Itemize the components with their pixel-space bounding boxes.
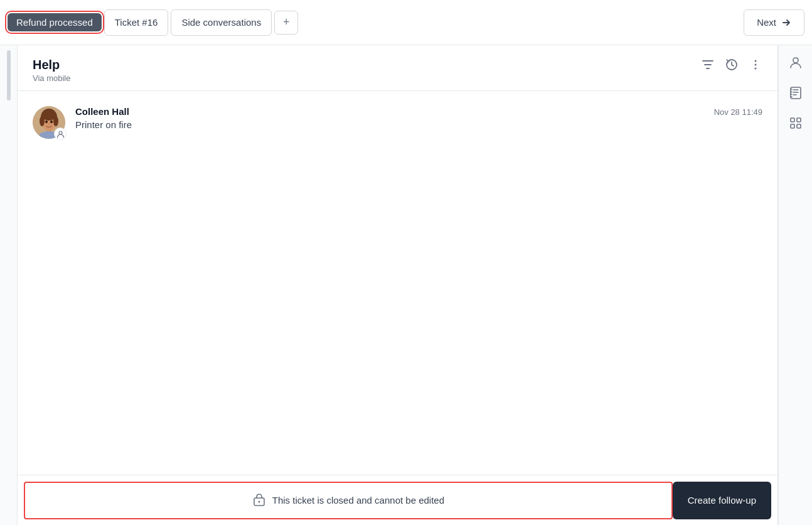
arrow-right-icon xyxy=(781,18,791,28)
tab-bar: Refund processed Ticket #16 Side convers… xyxy=(0,0,812,45)
avatar-badge xyxy=(54,127,67,140)
message-area: Colleen Hall Nov 28 11:49 Printer on fir… xyxy=(18,91,777,475)
avatar-wrap xyxy=(33,106,65,139)
svg-rect-21 xyxy=(791,124,794,128)
svg-point-8 xyxy=(40,116,45,126)
next-label: Next xyxy=(757,17,776,28)
add-icon: + xyxy=(283,16,290,29)
svg-point-1 xyxy=(755,60,757,62)
bottom-bar: This ticket is closed and cannot be edit… xyxy=(18,475,777,525)
apps-grid-icon[interactable] xyxy=(788,116,803,131)
next-button[interactable]: Next xyxy=(744,9,804,36)
right-sidebar xyxy=(778,45,812,525)
svg-point-16 xyxy=(258,501,260,502)
ticket-content: Help Via mobile xyxy=(18,45,778,525)
svg-point-3 xyxy=(755,68,757,70)
more-options-icon[interactable] xyxy=(749,58,762,72)
filter-icon[interactable] xyxy=(701,58,715,72)
message-body: Colleen Hall Nov 28 11:49 Printer on fir… xyxy=(75,106,762,130)
ticket-subtitle: Via mobile xyxy=(33,73,70,83)
main-layout: Help Via mobile xyxy=(0,45,812,525)
closed-notice-text: This ticket is closed and cannot be edit… xyxy=(272,495,444,506)
svg-rect-20 xyxy=(797,118,801,122)
user-badge-icon xyxy=(56,130,65,138)
svg-point-2 xyxy=(755,64,757,66)
closed-notice: This ticket is closed and cannot be edit… xyxy=(24,482,673,519)
add-tab-button[interactable]: + xyxy=(274,11,298,35)
user-profile-icon[interactable] xyxy=(788,55,803,70)
tab-side-conversations[interactable]: Side conversations xyxy=(171,9,272,36)
svg-point-10 xyxy=(45,121,48,123)
message-author: Colleen Hall xyxy=(75,106,129,117)
ticket-title: Help xyxy=(33,58,70,72)
message-text: Printer on fire xyxy=(75,119,762,130)
create-followup-label: Create follow-up xyxy=(688,495,756,506)
history-icon[interactable] xyxy=(725,58,739,72)
ticket-toolbar xyxy=(701,58,762,72)
message-meta: Colleen Hall Nov 28 11:49 xyxy=(75,106,762,117)
tab-refund-processed-label: Refund processed xyxy=(16,17,93,28)
tab-side-conversations-label: Side conversations xyxy=(181,17,261,28)
message-row: Colleen Hall Nov 28 11:49 Printer on fir… xyxy=(33,106,762,139)
svg-point-11 xyxy=(50,121,53,123)
tab-ticket-16-label: Ticket #16 xyxy=(115,17,158,28)
svg-point-17 xyxy=(793,58,798,63)
scroll-thumb xyxy=(7,50,11,100)
tab-refund-processed[interactable]: Refund processed xyxy=(8,13,102,31)
tab-ticket-16[interactable]: Ticket #16 xyxy=(104,9,169,36)
svg-rect-22 xyxy=(797,124,801,128)
scroll-bar-area xyxy=(0,45,18,525)
ticket-title-area: Help Via mobile xyxy=(33,58,70,83)
svg-rect-19 xyxy=(791,118,794,122)
create-followup-button[interactable]: Create follow-up xyxy=(673,482,771,519)
closed-ticket-icon xyxy=(252,494,266,507)
svg-point-14 xyxy=(59,131,62,134)
svg-point-9 xyxy=(53,116,58,126)
book-icon[interactable] xyxy=(788,85,803,100)
ticket-header: Help Via mobile xyxy=(18,45,777,91)
message-timestamp: Nov 28 11:49 xyxy=(714,107,762,117)
